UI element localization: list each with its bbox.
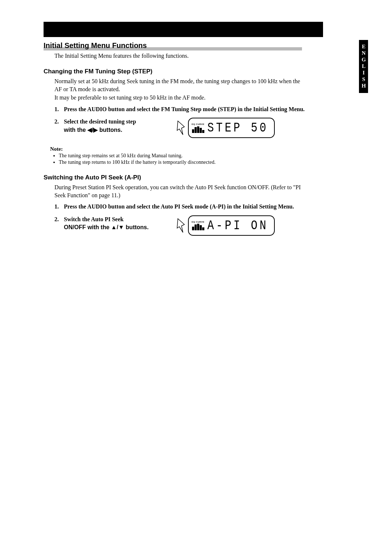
api-lcd-illustration: EQ CURVE A-PI ON bbox=[176, 215, 275, 236]
pointer-icon bbox=[176, 119, 186, 136]
header-black-bar bbox=[44, 22, 323, 37]
api-step-1: Press the AUDIO button and select the Au… bbox=[54, 203, 348, 211]
note-heading: Note: bbox=[50, 146, 348, 152]
fm-step-2-line-2: with the ◀/▶ buttons. bbox=[64, 127, 122, 133]
intro-text: The Initial Setting Menu features the fo… bbox=[54, 53, 348, 59]
api-steps: Press the AUDIO button and select the Au… bbox=[44, 203, 348, 235]
fm-note-2: The tuning step returns to 100 kHz if th… bbox=[59, 159, 348, 165]
lcd-display: EQ CURVE STEP 50 bbox=[188, 118, 275, 138]
fm-step-2-line-1: Select the desired tuning step bbox=[64, 118, 136, 125]
api-step-2-line-2: ON/OFF with the ▲/▼ buttons. bbox=[64, 224, 148, 230]
pointer-icon bbox=[176, 217, 186, 234]
eq-curve-icon: EQ CURVE bbox=[192, 123, 204, 133]
lcd-text: A-PI ON bbox=[207, 216, 268, 235]
fm-step-1: Press the AUDIO button and select the FM… bbox=[54, 105, 348, 113]
fm-steps: Press the AUDIO button and select the FM… bbox=[44, 105, 348, 138]
api-heading: Switching the Auto PI Seek (A-PI) bbox=[44, 174, 348, 181]
lcd-text: STEP 50 bbox=[207, 119, 268, 137]
lcd-display: EQ CURVE A-PI ON bbox=[188, 215, 275, 236]
eq-curve-icon: EQ CURVE bbox=[192, 220, 204, 230]
fm-heading: Changing the FM Tuning Step (STEP) bbox=[44, 68, 348, 75]
language-tab: ENGLISH bbox=[359, 40, 368, 93]
fm-lcd-illustration: EQ CURVE STEP 50 bbox=[176, 118, 275, 138]
eq-curve-label: EQ CURVE bbox=[192, 220, 204, 223]
fm-step-2: Select the desired tuning step with the … bbox=[54, 118, 348, 138]
api-para-1: During Preset Station PI Seek operation,… bbox=[54, 183, 301, 199]
api-step-2: Switch the Auto PI Seek ON/OFF with the … bbox=[54, 215, 348, 236]
section-title: Initial Setting Menu Functions bbox=[44, 41, 302, 50]
fm-note-1: The tuning step remains set at 50 kHz du… bbox=[59, 153, 348, 159]
fm-para-2: It may be preferable to set tuning step … bbox=[54, 94, 301, 102]
manual-page: ENGLISH Initial Setting Menu Functions T… bbox=[44, 22, 348, 236]
fm-para-1: Normally set at 50 kHz during Seek tunin… bbox=[54, 77, 301, 93]
fm-notes: The tuning step remains set at 50 kHz du… bbox=[54, 153, 348, 165]
eq-curve-label: EQ CURVE bbox=[192, 123, 204, 126]
api-step-2-line-1: Switch the Auto PI Seek bbox=[64, 216, 123, 222]
